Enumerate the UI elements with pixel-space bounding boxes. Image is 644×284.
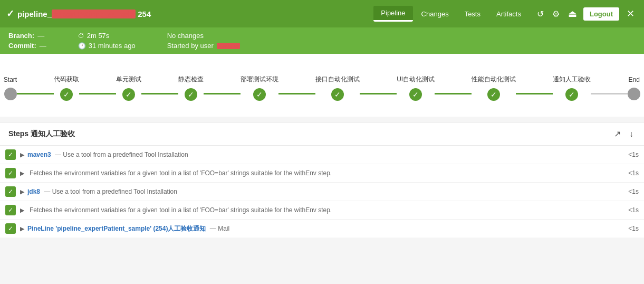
stage-node[interactable]: ✓	[331, 88, 344, 101]
nav-tabs: Pipeline Changes Tests Artifacts	[373, 6, 528, 22]
stage-item: 单元测试✓	[116, 75, 141, 101]
step-duration: <1s	[628, 225, 639, 232]
step-row: ✓▶ Fetches the environment variables for…	[0, 201, 644, 220]
tab-tests[interactable]: Tests	[457, 7, 488, 21]
stage-label: 静态检查	[178, 75, 204, 84]
step-check-icon: ✓	[5, 168, 16, 178]
branch-value: —	[37, 32, 44, 40]
open-external-button[interactable]: ↗	[612, 128, 623, 140]
no-changes-row: No changes	[167, 32, 241, 40]
stage-connector	[360, 93, 397, 94]
pipeline-name-redacted: expertPatient_sample	[52, 10, 136, 18]
branch-row: Branch: —	[8, 32, 46, 40]
stage-item: 静态检查✓	[178, 75, 204, 101]
stage-label: Start	[4, 76, 17, 83]
step-expand-button[interactable]: ▶	[20, 225, 24, 232]
stage-item: End	[628, 76, 640, 100]
step-description: — Use a tool from a predefined Tool Inst…	[53, 151, 188, 158]
stage-node[interactable]: ✓	[565, 88, 578, 101]
step-check-icon: ✓	[5, 149, 16, 160]
started-by-text: Started by user	[167, 42, 214, 50]
step-content: maven3 — Use a tool from a predefined To…	[27, 151, 188, 158]
stage-label: 通知人工验收	[553, 75, 591, 84]
step-content: PineLine 'pipeline_expertPatient_sample'…	[27, 224, 229, 233]
steps-section: Steps 通知人工验收 ↗ ↓ ✓▶maven3 — Use a tool f…	[0, 122, 644, 238]
duration-row: ⏱ 2m 57s	[78, 32, 136, 40]
timing-col: ⏱ 2m 57s 🕐 31 minutes ago	[78, 32, 136, 50]
stage-connector	[17, 93, 54, 94]
tab-pipeline[interactable]: Pipeline	[373, 6, 412, 22]
info-bar: Branch: — Commit: — ⏱ 2m 57s 🕐 31 minute…	[0, 27, 644, 54]
changes-col: No changes Started by user xxxxxxx	[167, 32, 241, 50]
close-button[interactable]: ✕	[623, 6, 638, 22]
step-check-icon: ✓	[5, 223, 16, 234]
step-name: PineLine 'pipeline_expertPatient_sample'…	[27, 225, 206, 232]
stage-label: 性能自动化测试	[472, 75, 516, 84]
step-row: ✓▶PineLine 'pipeline_expertPatient_sampl…	[0, 220, 644, 238]
stage-connector	[204, 93, 241, 94]
step-description: Fetches the environment variables for a …	[30, 169, 332, 177]
header-actions: ↺ ⚙ ⏏ Logout ✕	[535, 6, 638, 22]
main-header: ✓ pipeline_expertPatient_sample 254 Pipe…	[0, 0, 644, 27]
duration-icon: ⏱	[78, 32, 84, 40]
stage-label: 接口自动化测试	[315, 75, 360, 84]
step-expand-button[interactable]: ▶	[20, 170, 24, 177]
commit-label: Commit:	[8, 42, 36, 50]
step-name: maven3	[27, 151, 51, 158]
pipeline-prefix: pipeline_	[17, 10, 52, 18]
stage-node[interactable]: ✓	[122, 88, 135, 101]
step-description: — Mail	[208, 225, 229, 232]
sign-out-button[interactable]: ⏏	[566, 6, 579, 22]
tab-artifacts[interactable]: Artifacts	[489, 7, 528, 21]
step-row: ✓▶maven3 — Use a tool from a predefined …	[0, 146, 644, 164]
commit-row: Commit: —	[8, 42, 46, 50]
stage-node[interactable]: ✓	[253, 88, 266, 101]
commit-value: —	[40, 42, 46, 50]
step-check-icon: ✓	[5, 205, 16, 215]
stage-item: UI自动化测试✓	[397, 75, 435, 101]
step-name: jdk8	[27, 188, 40, 195]
stage-connector	[516, 93, 553, 94]
stages-row: Start代码获取✓单元测试✓静态检查✓部署测试环境✓接口自动化测试✓UI自动化…	[11, 70, 633, 106]
step-duration: <1s	[628, 151, 639, 158]
settings-button[interactable]: ⚙	[550, 7, 562, 21]
stage-connector	[141, 93, 178, 94]
stage-label: 代码获取	[54, 75, 79, 84]
branch-label: Branch:	[8, 32, 34, 40]
stage-item: 代码获取✓	[54, 75, 79, 101]
step-content: jdk8 — Use a tool from a predefined Tool…	[27, 188, 177, 195]
steps-header: Steps 通知人工验收 ↗ ↓	[0, 122, 644, 146]
stage-node[interactable]: ✓	[409, 88, 422, 101]
stage-node[interactable]	[4, 88, 17, 100]
step-expand-button[interactable]: ▶	[20, 152, 24, 158]
step-duration: <1s	[628, 188, 639, 195]
stage-node[interactable]: ✓	[185, 88, 197, 101]
stage-connector	[79, 93, 116, 94]
download-button[interactable]: ↓	[627, 128, 636, 140]
tab-changes[interactable]: Changes	[414, 7, 456, 21]
step-row: ✓▶ Fetches the environment variables for…	[0, 164, 644, 183]
no-changes-text: No changes	[167, 32, 204, 40]
steps-header-actions: ↗ ↓	[612, 128, 636, 140]
steps-list: ✓▶maven3 — Use a tool from a predefined …	[0, 146, 644, 238]
step-duration: <1s	[628, 169, 639, 177]
stage-item: 接口自动化测试✓	[315, 75, 360, 101]
stage-label: End	[628, 76, 639, 83]
step-content: Fetches the environment variables for a …	[27, 169, 332, 177]
pipeline-label: pipeline_expertPatient_sample 254	[17, 10, 151, 18]
step-expand-button[interactable]: ▶	[20, 188, 24, 195]
stages-container: Start代码获取✓单元测试✓静态检查✓部署测试环境✓接口自动化测试✓UI自动化…	[0, 54, 644, 117]
step-content: Fetches the environment variables for a …	[27, 206, 332, 214]
stage-connector	[591, 93, 628, 94]
stage-label: 部署测试环境	[241, 75, 278, 84]
stage-node[interactable]	[628, 88, 640, 100]
stage-label: 单元测试	[116, 75, 141, 84]
step-expand-button[interactable]: ▶	[20, 207, 24, 214]
refresh-button[interactable]: ↺	[535, 7, 546, 21]
stage-item: 性能自动化测试✓	[472, 75, 516, 101]
step-check-icon: ✓	[5, 186, 16, 197]
stage-node[interactable]: ✓	[60, 88, 73, 101]
steps-title: Steps 通知人工验收	[8, 129, 75, 139]
stage-node[interactable]: ✓	[487, 88, 500, 101]
logout-button[interactable]: Logout	[583, 7, 619, 21]
